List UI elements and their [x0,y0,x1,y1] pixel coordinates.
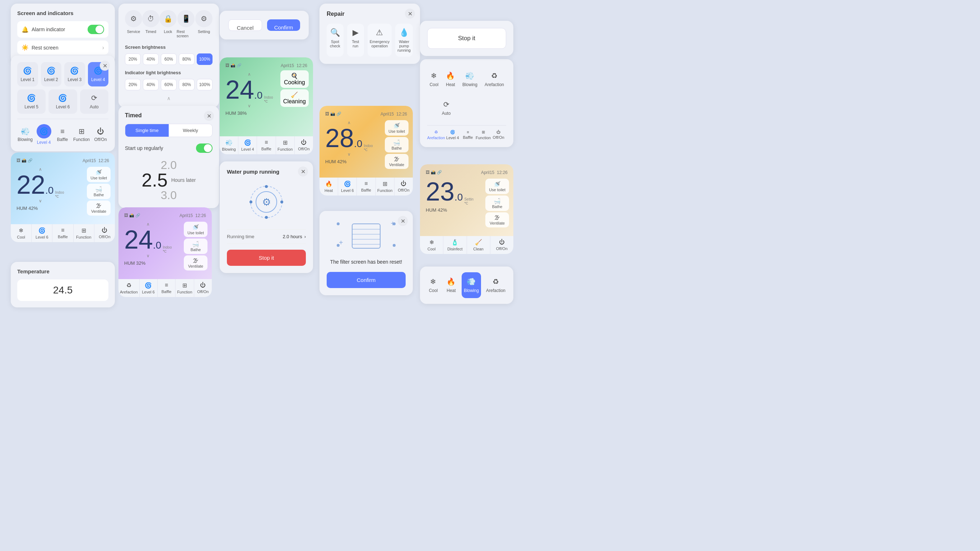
footer-offon-orange[interactable]: ⏻Off/On [395,178,413,195]
stop-it-button[interactable]: Stop it [427,28,506,49]
footer-heat-orange[interactable]: 🔥Heat [320,178,338,195]
mode2-heat[interactable]: 🔥Heat [444,272,459,298]
mode-function-footer[interactable]: ⊞Function [476,130,491,140]
cancel-button[interactable]: Cancel [228,19,262,31]
footer-level6-orange[interactable]: 🌀Level 6 [338,178,357,195]
alarm-toggle[interactable] [88,25,104,34]
nav-setting[interactable]: ⚙ Setting [195,10,213,38]
nav-rest[interactable]: 📱 Rest screen [177,10,195,38]
mode-arefaction[interactable]: ♻Arefaction [482,67,506,92]
mode-cool[interactable]: ❄Cool [427,67,441,92]
footer-function-blue[interactable]: ⊞Function [73,224,94,242]
footer-offon-beige[interactable]: ⏻Off/On [490,236,513,254]
ventilate-btn-purple[interactable]: 🌫Ventilate [184,256,207,270]
footer-blowing-kitchen[interactable]: 💨Blowing [220,136,239,154]
ind-40[interactable]: 40% [143,79,159,91]
cooking-btn[interactable]: 🍳Cooking [280,70,309,88]
footer-function-orange[interactable]: ⊞Function [376,178,395,195]
function-icon-purple: ⊞ [182,282,187,289]
ventilate-btn-orange[interactable]: 🌫Ventilate [385,154,409,169]
footer-level4-kitchen[interactable]: 🌀Level 4 [239,136,257,154]
screen-20[interactable]: 20% [125,54,141,65]
startup-toggle[interactable] [196,143,213,153]
mode-heat[interactable]: 🔥Heat [444,67,457,92]
footer-baffle-kitchen[interactable]: ≡Baffle [257,136,276,154]
ind-80[interactable]: 80% [179,79,194,91]
nav-icon-row: ⚙ Service ⏱ Timed 🔒 Lock 📱 Rest screen ⚙… [125,10,213,38]
fan-function[interactable]: ⊞Function [73,127,90,142]
footer-level6-blue[interactable]: 🌀Level 6 [32,224,52,242]
mode-blowing[interactable]: 💨Blowing [460,67,480,92]
fan-offon[interactable]: ⏻Off/On [92,127,108,142]
nav-timed[interactable]: ⏱ Timed [142,10,159,38]
fan-level4-active[interactable]: 🌀Level 4 [36,124,52,145]
screen-80[interactable]: 80% [179,54,194,65]
fan-level-5[interactable]: 🌀Level 5 [17,89,46,114]
fan-level-1[interactable]: 🌀Level 1 [17,62,38,86]
footer-offon-purple[interactable]: ⏻Off/On [194,279,212,297]
bathe-btn-purple[interactable]: 🛁Bathe [184,238,207,254]
mode-level4-footer[interactable]: 🌀Level 4 [445,130,461,140]
repair-close-button[interactable]: ✕ [405,9,415,19]
footer-function-kitchen[interactable]: ⊞Function [276,136,295,154]
footer-offon-blue[interactable]: ⏻Off/On [94,224,115,242]
mode-offon-footer[interactable]: ⏻Off/On [491,130,506,140]
screen-60[interactable]: 60% [161,54,177,65]
footer-baffle-purple[interactable]: ≡Baffle [158,279,175,297]
use-toilet-btn-purple[interactable]: 🚿Use toilet [184,222,207,237]
fan-level-6[interactable]: 🌀Level 6 [48,89,77,114]
expand-button[interactable]: ∧ [125,95,213,101]
fan-blowing[interactable]: 💨Blowing [17,127,33,142]
footer-level6-purple[interactable]: 🌀Level 6 [140,279,158,297]
ind-20[interactable]: 20% [125,79,141,91]
mode2-blowing[interactable]: 💨Blowing [461,272,481,298]
stop-pump-button[interactable]: Stop it [227,250,306,266]
use-toilet-btn-blue[interactable]: 🚿Use toilet [87,167,111,182]
footer-cool-beige[interactable]: ❄Cool [420,236,443,254]
repair-spot-check[interactable]: 🔍Spot check [327,24,344,57]
fan-level-2[interactable]: 🌀Level 2 [41,62,62,86]
footer-disinfect-beige[interactable]: 🧴Disinfect [443,236,467,254]
bathe-btn-orange[interactable]: 🛁Bathe [385,137,409,152]
bathe-btn-blue[interactable]: 🛁Bathe [87,184,111,199]
mode-auto[interactable]: ⟳Auto [427,95,465,121]
water-pump-close-button[interactable]: ✕ [298,167,308,176]
cleaning-btn[interactable]: 🧹Cleaning [280,89,309,107]
fan-auto[interactable]: ⟳Auto [80,89,108,114]
timed-close-button[interactable]: ✕ [204,111,214,121]
footer-function-purple[interactable]: ⊞Function [175,279,194,297]
footer-offon-kitchen[interactable]: ⏻Off/On [295,136,313,154]
filter-confirm-button[interactable]: Confirm [327,272,406,288]
fan-baffle[interactable]: ≡Baffle [54,127,70,142]
time-scroll[interactable]: 2.0 2.5 Hours later 3.0 [125,159,213,202]
bathe-btn-beige[interactable]: 🛁Bathe [485,195,509,211]
confirm-button[interactable]: Confirm [267,19,300,31]
mode-aref-footer[interactable]: ♻Arefaction [427,130,445,140]
nav-lock[interactable]: 🔒 Lock [159,10,177,38]
footer-baffle-blue[interactable]: ≡Baffle [52,224,73,242]
mode2-cool[interactable]: ❄Cool [426,272,441,298]
repair-test-run[interactable]: ▶Test run [347,24,364,57]
ventilate-btn-blue[interactable]: 🌫Ventilate [87,200,111,216]
footer-cool-blue[interactable]: ❄Cool [11,224,32,242]
footer-aref-purple[interactable]: ♻Arefaction [118,279,140,297]
repair-water-pump[interactable]: 💧Water pump running [395,24,413,57]
screen-100[interactable]: 100% [197,54,213,65]
screen-40[interactable]: 40% [143,54,159,65]
footer-clean-beige[interactable]: 🧹Clean [467,236,490,254]
repair-emergency[interactable]: ⚠Emergency operation [368,24,392,57]
ind-100[interactable]: 100% [197,79,213,91]
mode2-arefaction[interactable]: ♻Arefaction [484,272,508,298]
fan-close-button[interactable]: ✕ [100,60,110,71]
ventilate-btn-beige[interactable]: 🌫Ventilate [485,212,509,227]
tab-single-time[interactable]: Single time [125,124,169,137]
rest-screen-row[interactable]: ☀️ Rest screen › [17,41,108,54]
fan-level-3[interactable]: 🌀Level 3 [64,62,85,86]
use-toilet-btn-beige[interactable]: 🚿Use toilet [485,179,509,194]
tab-weekly[interactable]: Weekly [169,124,212,137]
use-toilet-btn-orange[interactable]: 🚿Use toilet [385,120,409,136]
footer-baffle-orange[interactable]: ≡Baffle [357,178,375,195]
ind-60[interactable]: 60% [161,79,177,91]
nav-service[interactable]: ⚙ Service [125,10,142,38]
mode-baffle-footer[interactable]: ≡Baffle [460,130,476,140]
